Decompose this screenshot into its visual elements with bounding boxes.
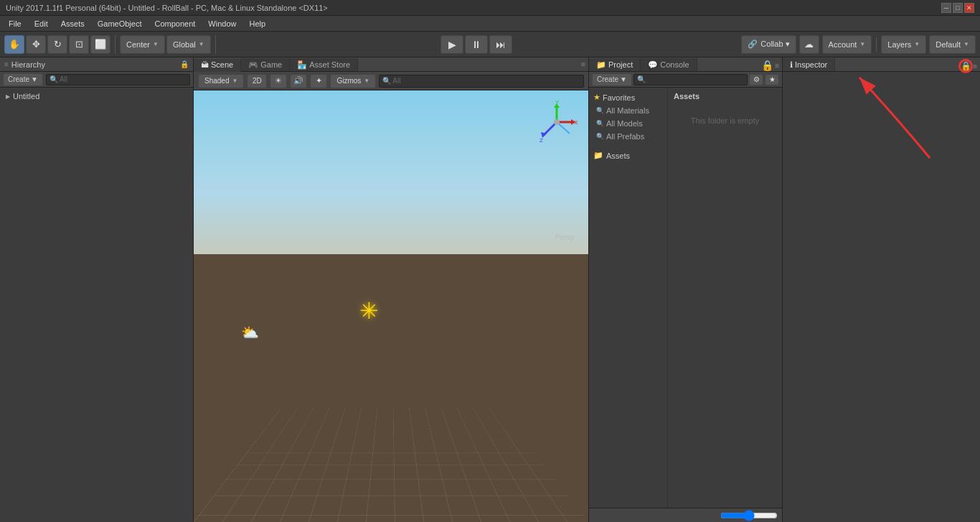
inspector-lock-icon[interactable]: 🔒 <box>961 61 971 71</box>
scene-audio-button[interactable]: 🔊 <box>290 74 307 88</box>
scene-tabs: 🏔 Scene 🎮 Game 🏪 Asset Store ≡ <box>194 57 588 72</box>
2d-button[interactable]: 2D <box>247 74 267 88</box>
layers-dropdown[interactable]: Layers ▼ <box>881 35 926 54</box>
center-arrow-icon: ▼ <box>153 41 159 47</box>
collab-label: Collab ▾ <box>760 39 789 49</box>
project-lock-icon[interactable]: 🔒 <box>761 60 773 71</box>
gizmos-dropdown[interactable]: Gizmos ▼ <box>330 74 376 88</box>
hierarchy-panel: ≡ Hierarchy 🔒 Create ▼ 🔍 All ▶ Untitled <box>0 57 194 522</box>
scene-viewport[interactable]: ✳ ⛅ Persp <box>194 90 588 522</box>
tab-asset-store[interactable]: 🏪 Asset Store <box>290 58 358 71</box>
menu-bar: File Edit Assets GameObject Component Wi… <box>0 16 980 32</box>
account-label: Account <box>829 40 857 49</box>
account-dropdown[interactable]: Account ▼ <box>822 35 872 54</box>
assets-folder-item[interactable]: 📁 Assets <box>589 149 667 162</box>
menu-component[interactable]: Component <box>149 18 201 29</box>
hierarchy-menu-icon: ≡ <box>4 60 9 68</box>
fav-all-materials[interactable]: 🔍 All Materials <box>589 104 667 117</box>
inspector-icon: ℹ <box>790 60 793 70</box>
global-label: Global <box>173 40 196 49</box>
assets-folder-section: 📁 Assets <box>589 149 667 162</box>
project-tab-controls: 🔒 ≡ <box>761 60 782 71</box>
step-button[interactable]: ⏭ <box>489 35 512 54</box>
tab-scene[interactable]: 🏔 Scene <box>194 59 241 72</box>
menu-edit[interactable]: Edit <box>29 18 54 29</box>
global-dropdown[interactable]: Global ▼ <box>166 35 211 54</box>
maximize-button[interactable]: □ <box>953 3 963 13</box>
rotate-tool-button[interactable]: ↻ <box>47 35 67 54</box>
scale-tool-button[interactable]: ⊡ <box>69 35 89 54</box>
tab-project[interactable]: 📁 Project <box>589 58 641 71</box>
layers-label: Layers <box>887 40 911 49</box>
hierarchy-create-button[interactable]: Create ▼ <box>3 73 43 86</box>
fav-all-prefabs[interactable]: 🔍 All Prefabs <box>589 130 667 143</box>
scene-light-button[interactable]: ☀ <box>270 74 287 88</box>
empty-folder-message: This folder is empty <box>671 102 779 139</box>
play-button[interactable]: ▶ <box>440 35 463 54</box>
scene-tab-menu-icon[interactable]: ≡ <box>581 60 585 68</box>
center-dropdown[interactable]: Center ▼ <box>120 35 165 54</box>
menu-gameobject[interactable]: GameObject <box>92 18 148 29</box>
project-create-button[interactable]: Create ▼ <box>592 73 632 86</box>
zoom-slider[interactable] <box>720 511 778 520</box>
collab-dropdown[interactable]: 🔗 Collab ▾ <box>741 35 796 54</box>
menu-window[interactable]: Window <box>202 18 242 29</box>
shading-arrow-icon: ▼ <box>232 78 237 84</box>
scene-fx-button[interactable]: ✦ <box>310 74 327 88</box>
sun-icon: ✳ <box>359 297 379 325</box>
toolbar-separator <box>876 37 877 52</box>
hand-tool-button[interactable]: ✋ <box>4 35 24 54</box>
title-bar: Unity 2017.1.1f1 Personal (64bit) - Unti… <box>0 0 980 16</box>
inspector-tab-controls: 🔒 ≡ <box>961 61 980 71</box>
play-group: ▶ ⏸ ⏭ <box>440 35 517 54</box>
inspector-tabs: ℹ Inspector 🔒 ≡ <box>783 57 980 72</box>
search-icon: 🔍 <box>50 75 58 83</box>
pause-button[interactable]: ⏸ <box>465 35 488 54</box>
project-search[interactable]: 🔍 <box>633 74 748 85</box>
project-tabs: 📁 Project 💬 Console 🔒 ≡ <box>589 57 782 72</box>
project-content: ★ Favorites 🔍 All Materials 🔍 All Models <box>589 88 782 508</box>
svg-point-7 <box>554 119 560 125</box>
gizmo-svg: Y X Z <box>535 101 578 144</box>
default-arrow-icon: ▼ <box>963 41 969 47</box>
magnifier-icon-prefabs: 🔍 <box>596 133 604 140</box>
menu-assets[interactable]: Assets <box>55 18 90 29</box>
menu-file[interactable]: File <box>3 18 27 29</box>
asset-store-tab-label: Asset Store <box>309 60 350 69</box>
favorites-label: Favorites <box>603 93 635 102</box>
svg-text:X: X <box>574 119 578 126</box>
gizmo-widget: Y X Z <box>535 101 578 145</box>
hierarchy-lock-icon: 🔒 <box>180 60 189 68</box>
default-dropdown[interactable]: Default ▼ <box>929 35 976 54</box>
fav-all-models[interactable]: 🔍 All Models <box>589 117 667 130</box>
tab-game[interactable]: 🎮 Game <box>241 58 290 71</box>
project-star-btn[interactable]: ★ <box>765 74 779 85</box>
scene-search[interactable]: 🔍 All <box>379 75 584 88</box>
project-search-btn[interactable]: ⚙ <box>749 74 763 85</box>
project-menu-icon[interactable]: ≡ <box>775 62 779 70</box>
viewport-canvas: ✳ ⛅ Persp <box>194 90 588 522</box>
layers-arrow-icon: ▼ <box>914 41 920 47</box>
hierarchy-item-untitled[interactable]: ▶ Untitled <box>3 90 190 102</box>
hierarchy-search[interactable]: 🔍 All <box>46 74 190 85</box>
pivot-group: Center ▼ Global ▼ <box>120 35 216 54</box>
tab-inspector[interactable]: ℹ Inspector <box>783 58 835 71</box>
hierarchy-create-label: Create <box>8 75 29 83</box>
game-icon: 🎮 <box>248 60 258 70</box>
menu-help[interactable]: Help <box>243 18 271 29</box>
tool-group: ✋ ✥ ↻ ⊡ ⬜ <box>4 35 116 54</box>
tab-console[interactable]: 💬 Console <box>641 58 697 71</box>
persp-label: Persp <box>555 233 574 241</box>
project-folder-icon: 📁 <box>596 60 606 70</box>
svg-text:Z: Z <box>540 137 543 144</box>
shading-dropdown[interactable]: Shaded ▼ <box>198 74 244 88</box>
toolbar: ✋ ✥ ↻ ⊡ ⬜ Center ▼ Global ▼ ▶ ⏸ ⏭ 🔗 Coll… <box>0 32 980 57</box>
minimize-button[interactable]: ─ <box>941 3 951 13</box>
sky-bg <box>194 90 588 263</box>
cloud-button[interactable]: ☁ <box>799 35 819 54</box>
close-button[interactable]: ✕ <box>964 3 974 13</box>
rect-tool-button[interactable]: ⬜ <box>90 35 110 54</box>
move-tool-button[interactable]: ✥ <box>26 35 46 54</box>
project-create-arrow: ▼ <box>620 75 627 83</box>
inspector-menu-icon[interactable]: ≡ <box>973 62 977 70</box>
